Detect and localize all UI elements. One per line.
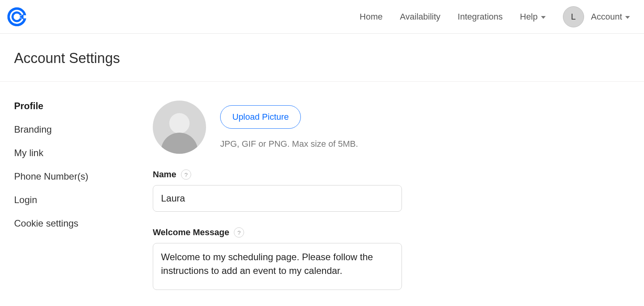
nav-help-dropdown[interactable]: Help: [520, 12, 545, 22]
nav-availability[interactable]: Availability: [400, 12, 441, 22]
app-header: Home Availability Integrations Help L Ac…: [0, 0, 644, 34]
name-input[interactable]: [153, 185, 402, 212]
page-title: Account Settings: [14, 50, 644, 67]
chevron-down-icon: [625, 16, 630, 19]
profile-panel: Upload Picture JPG, GIF or PNG. Max size…: [141, 101, 415, 292]
upload-picture-button[interactable]: Upload Picture: [220, 105, 301, 129]
upload-column: Upload Picture JPG, GIF or PNG. Max size…: [220, 101, 358, 149]
sidebar-item-my-link[interactable]: My link: [14, 148, 141, 158]
settings-sidebar: Profile Branding My link Phone Number(s)…: [0, 101, 141, 292]
name-label: Name: [153, 169, 176, 180]
sidebar-item-branding[interactable]: Branding: [14, 124, 141, 135]
welcome-message-textarea[interactable]: [153, 243, 402, 290]
sidebar-item-phone-numbers[interactable]: Phone Number(s): [14, 171, 141, 182]
nav-integrations[interactable]: Integrations: [458, 12, 503, 22]
sidebar-item-cookie-settings[interactable]: Cookie settings: [14, 218, 141, 229]
name-field-block: Name ?: [153, 169, 415, 212]
avatar-placeholder-icon: [153, 101, 206, 154]
sidebar-item-login[interactable]: Login: [14, 194, 141, 205]
chevron-down-icon: [541, 16, 546, 19]
picture-row: Upload Picture JPG, GIF or PNG. Max size…: [153, 101, 415, 154]
page-title-wrap: Account Settings: [0, 34, 644, 82]
account-group: L Account: [563, 6, 630, 27]
help-icon[interactable]: ?: [181, 169, 191, 180]
sidebar-item-profile[interactable]: Profile: [14, 101, 141, 112]
nav-help-label: Help: [520, 12, 537, 22]
welcome-field-block: Welcome Message ?: [153, 227, 415, 292]
welcome-label: Welcome Message: [153, 227, 229, 238]
help-icon[interactable]: ?: [234, 227, 244, 238]
content-area: Profile Branding My link Phone Number(s)…: [0, 82, 644, 292]
brand-logo-icon[interactable]: [7, 7, 27, 27]
nav-home[interactable]: Home: [360, 12, 383, 22]
nav-account-dropdown[interactable]: Account: [591, 12, 630, 22]
upload-hint-text: JPG, GIF or PNG. Max size of 5MB.: [220, 139, 358, 149]
nav-account-label: Account: [591, 12, 622, 22]
user-avatar-badge[interactable]: L: [563, 6, 584, 27]
top-nav: Home Availability Integrations Help L Ac…: [360, 6, 630, 27]
